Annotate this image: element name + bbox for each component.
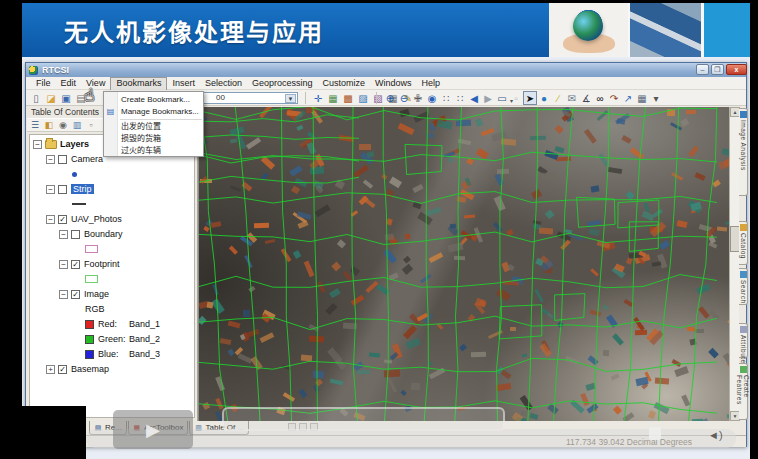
menu-item-create-bookmark[interactable]: Create Bookmark... — [104, 94, 203, 105]
collapse-icon[interactable]: − — [46, 185, 55, 194]
toc-row-boundary[interactable]: −Boundary — [30, 227, 123, 241]
menu-help[interactable]: Help — [417, 77, 446, 90]
layer-label[interactable]: UAV_Photos — [71, 214, 122, 224]
menu-edit[interactable]: Edit — [56, 77, 82, 90]
collapse-icon[interactable]: − — [33, 140, 42, 149]
layer-checkbox[interactable] — [71, 230, 80, 239]
html-popup-icon[interactable]: ✉ — [565, 91, 579, 105]
toc-row-camera[interactable]: −Camera — [30, 152, 103, 166]
menu-item-bookmark-2[interactable]: 损毁的货箱 — [104, 133, 203, 144]
layer-label[interactable]: Camera — [71, 154, 103, 164]
layer-checkbox[interactable]: ✓ — [71, 260, 80, 269]
go-to-xy-icon[interactable]: ↗ — [621, 91, 635, 105]
toolbar-overflow-icon[interactable]: ▾ — [649, 91, 663, 105]
menu-separator — [120, 119, 202, 120]
layer-checkbox[interactable] — [58, 185, 67, 194]
zoom-in-icon[interactable]: ⊕ — [383, 91, 397, 105]
collapse-icon[interactable]: − — [59, 290, 68, 299]
layer-label[interactable]: Strip — [71, 184, 94, 194]
save-icon[interactable]: ▣ — [59, 91, 73, 105]
full-extent-icon[interactable]: ◉ — [425, 91, 439, 105]
measure-icon[interactable]: ∡ — [579, 91, 593, 105]
add-data-icon[interactable]: ▦ — [326, 91, 340, 105]
list-by-selection-icon[interactable]: ▥ — [71, 119, 83, 131]
dock-tab-image-analysis[interactable]: Image Analysis — [739, 108, 748, 196]
find-icon[interactable]: ∞ — [593, 91, 607, 105]
menu-windows[interactable]: Windows — [370, 77, 417, 90]
toc-row-basemap[interactable]: +✓Basemap — [30, 362, 109, 376]
layer-label[interactable]: Boundary — [84, 229, 123, 239]
identify-icon[interactable]: ● — [537, 91, 551, 105]
map-view[interactable] — [198, 107, 729, 421]
open-folder-icon[interactable]: ◪ — [44, 91, 58, 105]
forward-extent-icon[interactable]: ▶ — [481, 91, 495, 105]
vertical-scrollbar[interactable]: ▲ ▼ — [729, 107, 739, 421]
select-features-icon[interactable]: ▭▾ — [495, 91, 509, 105]
clear-selection-icon[interactable]: ▫ — [509, 91, 523, 105]
map-scale-combo[interactable]: 00 ▼ — [191, 92, 298, 104]
new-document-icon[interactable]: ▯ — [29, 91, 43, 105]
list-by-drawing-order-icon[interactable]: ☰ — [29, 119, 41, 131]
collapse-icon[interactable]: − — [46, 155, 55, 164]
chevron-down-icon[interactable]: ▼ — [285, 94, 296, 103]
layer-checkbox[interactable]: ✓ — [71, 290, 80, 299]
toc-row-layers[interactable]: −Layers — [30, 137, 89, 151]
layer-label[interactable]: Image — [84, 289, 109, 299]
layer-checkbox[interactable]: ✓ — [58, 365, 67, 374]
hyperlink-icon[interactable]: ∕ — [551, 91, 565, 105]
menu-insert[interactable]: Insert — [167, 77, 200, 90]
layer-symbol[interactable] — [85, 275, 98, 283]
select-elements-icon[interactable]: ➤ — [523, 91, 537, 105]
pan-icon[interactable]: ✙ — [411, 91, 425, 105]
list-by-source-icon[interactable]: ◧ — [43, 119, 55, 131]
dock-tab-attributes[interactable]: Attributes — [739, 323, 748, 358]
layer-symbol[interactable] — [72, 203, 86, 205]
menu-file[interactable]: File — [31, 77, 56, 90]
dock-tab-create-features[interactable]: Create Features — [739, 363, 748, 420]
toc-row-footprint[interactable]: −✓Footprint — [30, 257, 120, 271]
fixed-zoom-in-icon[interactable]: ∷ — [439, 91, 453, 105]
open-table-icon[interactable]: ▦ — [635, 91, 649, 105]
layer-symbol[interactable] — [72, 172, 77, 177]
minimize-button[interactable]: – — [696, 64, 709, 75]
layer-checkbox[interactable]: ✓ — [58, 215, 67, 224]
toc-row-strip[interactable]: −Strip — [30, 182, 94, 196]
layer-checkbox[interactable] — [58, 155, 67, 164]
list-by-visibility-icon[interactable]: ◉ — [57, 119, 69, 131]
toc-row-uav-photos[interactable]: −✓UAV_Photos — [30, 212, 122, 226]
layer-label[interactable]: Basemap — [71, 364, 109, 374]
menu-item-bookmark-1[interactable]: 出发的位置 — [104, 121, 203, 132]
collapse-icon[interactable]: − — [59, 230, 68, 239]
bookmarks-dropdown-menu: Create Bookmark... ▤ Manage Bookmarks...… — [103, 91, 204, 157]
collapse-icon[interactable]: − — [59, 260, 68, 269]
menu-selection[interactable]: Selection — [200, 77, 247, 90]
editor-icon[interactable]: ✛ — [311, 91, 325, 105]
layer-label[interactable]: Footprint — [84, 259, 120, 269]
menu-item-bookmark-3[interactable]: 过火的车辆 — [104, 145, 203, 156]
toc-options-icon[interactable]: ▫ — [85, 119, 97, 131]
dock-tab-search[interactable]: Search — [739, 268, 748, 305]
toc-row-image[interactable]: −✓Image — [30, 287, 109, 301]
back-extent-icon[interactable]: ◀ — [467, 91, 481, 105]
expand-icon[interactable]: + — [46, 365, 55, 374]
menu-item-manage-bookmarks[interactable]: Manage Bookmarks... — [104, 106, 203, 117]
band-channel-label: Green: — [98, 334, 129, 344]
menu-bookmarks[interactable]: Bookmarks — [110, 77, 167, 90]
collapse-icon[interactable]: − — [46, 215, 55, 224]
restore-button[interactable]: ❐ — [711, 64, 724, 75]
video-play-button[interactable]: ▶ — [113, 410, 193, 449]
find-route-icon[interactable]: ↷ — [607, 91, 621, 105]
menu-customize[interactable]: Customize — [318, 77, 371, 90]
video-slider-handle[interactable] — [649, 427, 661, 440]
close-button[interactable]: x — [726, 64, 747, 75]
zoom-out-icon[interactable]: ⊖ — [397, 91, 411, 105]
window-titlebar[interactable]: RTCSI — [26, 63, 746, 77]
menu-geoprocessing[interactable]: Geoprocessing — [247, 77, 318, 90]
dock-tab-catalog[interactable]: Catalog — [739, 221, 748, 265]
toolbar-separator — [376, 92, 377, 104]
data-frame-icon[interactable]: ▩ — [341, 91, 355, 105]
layout-view-icon[interactable]: ▨ — [356, 91, 370, 105]
layer-symbol[interactable] — [85, 245, 98, 253]
speaker-icon[interactable]: ◄) — [708, 429, 723, 441]
fixed-zoom-out-icon[interactable]: ∷ — [453, 91, 467, 105]
